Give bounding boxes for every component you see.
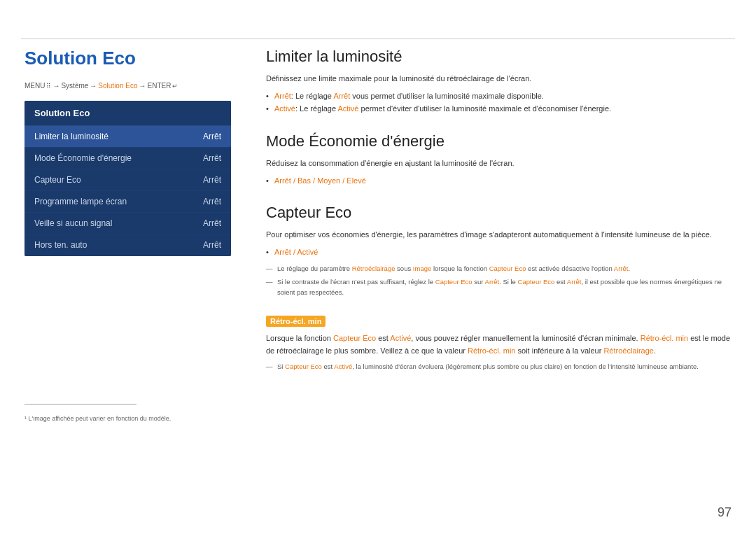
bullet-active: Activé: Le réglage Activé permet d'évite…	[266, 102, 732, 115]
right-column: Limiter la luminosité Définissez une lim…	[266, 48, 732, 388]
top-border	[21, 38, 735, 39]
menu-item-capteur-eco[interactable]: Capteur Eco Arrêt	[24, 169, 231, 191]
page-title: Solution Eco	[24, 48, 241, 69]
menu-item-label: Hors ten. auto	[34, 240, 87, 250]
enter-icon: ↵	[172, 83, 178, 90]
note-contraste: Si le contraste de l'écran n'est pas suf…	[266, 276, 732, 297]
menu-item-label: Capteur Eco	[34, 175, 81, 185]
bullet-mode-eco-options: Arrêt / Bas / Moyen / Elevé	[266, 174, 732, 188]
menu-item-label: Mode Économie d'énergie	[34, 153, 132, 163]
section-desc-mode-eco: Réduisez la consommation d'énergie en aj…	[266, 157, 732, 170]
section-desc-limiter: Définissez une limite maximale pour la l…	[266, 73, 732, 85]
menu-item-programme-lampe[interactable]: Programme lampe écran Arrêt	[24, 191, 231, 213]
bullet-arret: Arrêt: Le réglage Arrêt vous permet d'ut…	[266, 90, 732, 103]
menu-item-value: Arrêt	[203, 218, 221, 228]
bullet-capteur-options: Arrêt / Activé	[266, 246, 732, 259]
section-title-capteur-eco: Capteur Eco	[266, 204, 732, 222]
section-capteur-eco: Capteur Eco Pour optimiser vos économies…	[266, 204, 732, 297]
section-desc-capteur-eco: Pour optimiser vos économies d'énergie, …	[266, 229, 732, 241]
arrow-3: →	[139, 82, 146, 90]
page-container: Solution Eco MENU ⠿ → Système → Solution…	[0, 0, 756, 534]
section-title-limiter: Limiter la luminosité	[266, 48, 732, 66]
section-limiter: Limiter la luminosité Définissez une lim…	[266, 48, 732, 115]
menu-item-label: Veille si aucun signal	[34, 218, 112, 228]
menu-icon: ⠿	[46, 83, 51, 90]
menu-header: Solution Eco	[24, 101, 231, 126]
menu-item-value: Arrêt	[203, 197, 221, 206]
menu-item-value: Arrêt	[203, 240, 221, 250]
section-retro-ecl: Rétro-écl. min Lorsque la fonction Capte…	[266, 314, 732, 372]
footnote: ¹ L'image affichée peut varier en foncti…	[24, 415, 171, 422]
menu-item-label: Programme lampe écran	[34, 197, 127, 206]
footnote-divider	[24, 404, 136, 405]
note-retroeclairage: Le réglage du paramètre Rétroéclairage s…	[266, 263, 732, 274]
system-link: Système	[61, 82, 88, 90]
section-mode-eco: Mode Économie d'énergie Réduisez la cons…	[266, 132, 732, 187]
page-number: 97	[718, 505, 732, 520]
breadcrumb: MENU ⠿ → Système → Solution Eco → ENTER …	[24, 82, 241, 90]
menu-item-label: Limiter la luminosité	[34, 132, 108, 141]
menu-item-mode-eco[interactable]: Mode Économie d'énergie Arrêt	[24, 148, 231, 169]
left-column: Solution Eco MENU ⠿ → Système → Solution…	[24, 48, 241, 256]
solution-link: Solution Eco	[98, 82, 137, 90]
retro-ecl-desc: Lorsque la fonction Capteur Eco est Acti…	[266, 332, 732, 357]
arrow-1: →	[52, 82, 59, 90]
retro-ecl-highlight: Rétro-écl. min	[266, 316, 326, 327]
section-title-mode-eco: Mode Économie d'énergie	[266, 132, 732, 150]
menu-item-limiter[interactable]: Limiter la luminosité Arrêt	[24, 126, 231, 148]
menu-item-veille[interactable]: Veille si aucun signal Arrêt	[24, 213, 231, 234]
menu-item-value: Arrêt	[203, 132, 221, 141]
menu-item-hors-ten[interactable]: Hors ten. auto Arrêt	[24, 234, 231, 256]
menu-text: MENU	[24, 82, 45, 90]
note-capteur-activé: Si Capteur Eco est Activé, la luminosité…	[266, 361, 732, 372]
enter-text: ENTER	[148, 82, 172, 90]
menu-box: Solution Eco Limiter la luminosité Arrêt…	[24, 101, 231, 256]
arrow-2: →	[90, 82, 97, 90]
footnote-text: ¹ L'image affichée peut varier en foncti…	[24, 415, 171, 422]
menu-item-value: Arrêt	[203, 153, 221, 163]
menu-item-value: Arrêt	[203, 175, 221, 185]
